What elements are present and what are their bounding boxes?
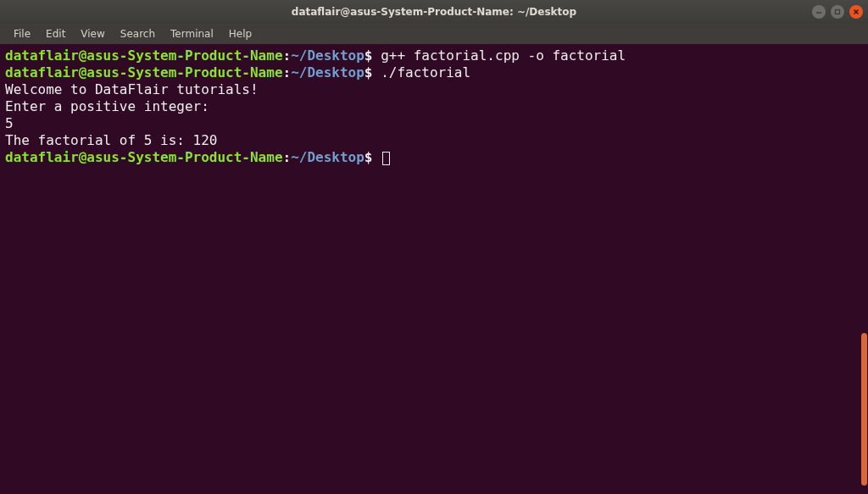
output-line: Welcome to DataFlair tutorials! <box>5 81 863 98</box>
prompt-colon: : <box>283 64 292 80</box>
svg-rect-1 <box>836 10 840 14</box>
prompt-dollar: $ <box>364 64 373 80</box>
maximize-button[interactable] <box>831 5 844 19</box>
minimize-button[interactable] <box>812 5 826 19</box>
scrollbar[interactable] <box>860 44 868 494</box>
titlebar: dataflair@asus-System-Product-Name: ~/De… <box>0 0 868 24</box>
command-text <box>373 149 381 165</box>
output-line: 5 <box>5 115 863 132</box>
terminal-line: dataflair@asus-System-Product-Name:~/Des… <box>5 64 863 81</box>
terminal-body[interactable]: dataflair@asus-System-Product-Name:~/Des… <box>0 44 868 494</box>
close-icon <box>853 8 860 15</box>
prompt-tilde: ~ <box>291 64 299 80</box>
scrollbar-thumb[interactable] <box>861 333 867 486</box>
prompt-user-host: dataflair@asus-System-Product-Name <box>5 64 283 80</box>
terminal-line: dataflair@asus-System-Product-Name:~/Des… <box>5 47 863 64</box>
prompt-colon: : <box>283 47 292 64</box>
prompt-dollar: $ <box>364 47 373 64</box>
prompt-colon: : <box>283 149 292 165</box>
menu-file[interactable]: File <box>7 26 37 42</box>
command-text: g++ factorial.cpp -o factorial <box>373 47 626 64</box>
prompt-user-host: dataflair@asus-System-Product-Name <box>5 149 283 165</box>
menu-view[interactable]: View <box>74 26 111 42</box>
terminal-line: dataflair@asus-System-Product-Name:~/Des… <box>5 149 863 166</box>
minimize-icon <box>815 8 822 15</box>
output-line: Enter a positive integer: <box>5 98 863 115</box>
close-button[interactable] <box>849 5 863 19</box>
command-text: ./factorial <box>373 64 471 80</box>
cursor-icon <box>382 152 390 165</box>
prompt-tilde: ~ <box>291 149 299 165</box>
menubar: File Edit View Search Terminal Help <box>0 24 868 44</box>
menu-help[interactable]: Help <box>222 26 259 42</box>
prompt-dollar: $ <box>364 149 373 165</box>
maximize-icon <box>834 8 841 15</box>
menu-search[interactable]: Search <box>114 26 162 42</box>
window-title: dataflair@asus-System-Product-Name: ~/De… <box>292 6 576 18</box>
prompt-tilde: ~ <box>291 47 299 64</box>
prompt-path: /Desktop <box>299 47 364 64</box>
menu-edit[interactable]: Edit <box>39 26 72 42</box>
prompt-path: /Desktop <box>299 149 364 165</box>
prompt-user-host: dataflair@asus-System-Product-Name <box>5 47 283 64</box>
menu-terminal[interactable]: Terminal <box>164 26 220 42</box>
window-controls <box>812 5 863 19</box>
output-line: The factorial of 5 is: 120 <box>5 132 863 149</box>
prompt-path: /Desktop <box>299 64 364 80</box>
